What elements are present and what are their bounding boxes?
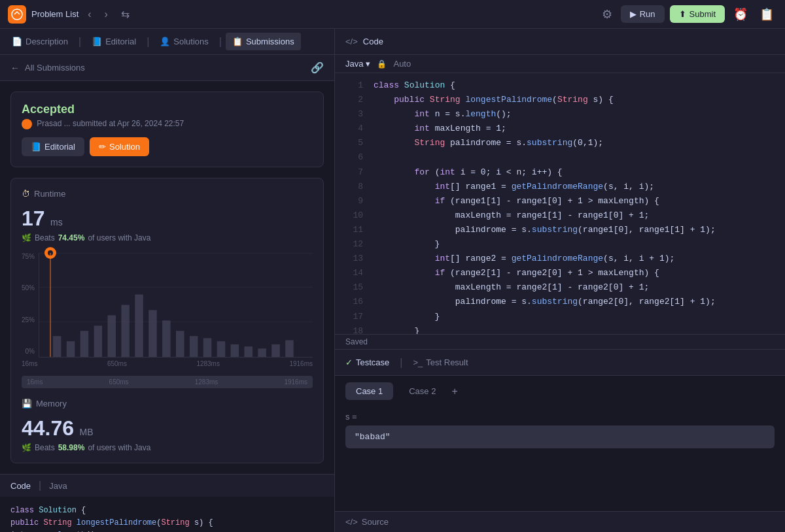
line-num-4: 4: [340, 122, 363, 136]
line-num-14: 14: [340, 266, 363, 280]
code-line-9: 9 if (range1[1] - range1[0] + 1 > maxLen…: [335, 194, 785, 208]
line-num-17: 17: [340, 310, 363, 324]
code-content-18: }: [374, 324, 419, 334]
code-content-10: maxLength = range1[1] - range1[0] + 1;: [374, 208, 649, 223]
submit-button[interactable]: ⬆ Submit: [670, 5, 725, 23]
line-num-10: 10: [340, 208, 363, 223]
user-name: Prasad ...: [37, 119, 70, 128]
chart-x-16ms: 16ms: [22, 360, 37, 367]
code-tab-sep: |: [39, 480, 41, 491]
language-select[interactable]: Java ▾: [345, 59, 370, 69]
code-line-6: 6: [335, 150, 785, 165]
code-content-6: [374, 150, 379, 165]
memory-row: 💾 Memory: [22, 399, 313, 408]
line-num-5: 5: [340, 136, 363, 150]
lang-label: Java: [345, 59, 363, 69]
code-line-14: 14 if (range2[1] - range2[0] + 1 > maxLe…: [335, 266, 785, 280]
memory-beats-info: 🌿 Beats 58.98% of users with Java: [22, 443, 313, 452]
case-2-button[interactable]: Case 2: [398, 382, 446, 400]
submissions-icon: 📋: [232, 37, 243, 46]
tab-submissions[interactable]: 📋 Submissions: [226, 33, 301, 50]
problem-list-label[interactable]: Problem List: [31, 9, 78, 19]
memory-value-row: 44.76 MB: [22, 416, 313, 441]
code-tab-code[interactable]: Code: [10, 481, 31, 491]
testcase-area: s = "babad": [335, 407, 785, 511]
code-content-13: int[] range2 = getPalindromeRange(s, i, …: [374, 252, 674, 266]
solution-button[interactable]: ✏ Solution: [90, 137, 149, 156]
source-bar: </> Source: [335, 511, 785, 532]
code-preview: class Solution { public String longestPa…: [0, 497, 334, 532]
saved-bar: Saved: [335, 334, 785, 349]
tab-sep-2: |: [145, 36, 150, 48]
code-tab-label[interactable]: Code: [363, 37, 383, 46]
run-label: Run: [640, 9, 655, 19]
add-case-button[interactable]: +: [451, 386, 457, 397]
var-value-box[interactable]: "babad": [345, 425, 775, 448]
run-button[interactable]: ▶ Run: [621, 5, 665, 23]
code-line-18: 18 }: [335, 324, 785, 334]
code-preview-line-2: public String longestPalindrome(String s…: [10, 517, 324, 529]
test-result-tab-label: Test Result: [426, 357, 468, 367]
svg-rect-1: [53, 336, 61, 357]
code-tab-bar: Code | Java: [0, 474, 334, 497]
timer-button[interactable]: ⏰: [730, 4, 751, 25]
code-tab-java[interactable]: Java: [49, 481, 67, 491]
nav-next-button[interactable]: ›: [101, 6, 112, 23]
code-content-1: class Solution {: [374, 78, 455, 93]
memory-beats-label: Beats: [35, 443, 55, 452]
editorial-btn-icon: 📘: [31, 142, 41, 152]
back-arrow-icon[interactable]: ←: [10, 63, 20, 73]
shuffle-button[interactable]: ⇆: [117, 5, 133, 23]
line-num-1: 1: [340, 78, 363, 93]
tab-solutions[interactable]: 👤 Solutions: [153, 33, 215, 50]
line-num-6: 6: [340, 150, 363, 165]
chart-y-25: 25%: [22, 316, 35, 324]
svg-rect-17: [271, 344, 280, 357]
code-tab-icon: </>: [345, 37, 358, 46]
top-bar-right: ⚙ ▶ Run ⬆ Submit ⏰ 📋: [599, 4, 777, 25]
tab-editorial[interactable]: 📘 Editorial: [85, 33, 143, 50]
code-content-4: int maxLength = 1;: [374, 122, 506, 136]
right-tab-bar: </> Code: [335, 29, 785, 55]
beats-label: Beats: [35, 233, 55, 242]
code-line-3: 3 int n = s.length();: [335, 107, 785, 122]
code-content-2: public String longestPalindrome(String s…: [374, 93, 614, 107]
code-content-11: palindrome = s.substring(range1[0], rang…: [374, 223, 716, 237]
test-result-tab[interactable]: >_ Test Result: [413, 357, 468, 367]
editorial-button[interactable]: 📘 Editorial: [22, 137, 84, 156]
runtime-beats-info: 🌿 Beats 74.45% of users with Java: [22, 233, 313, 242]
chevron-down-icon: ▾: [366, 59, 370, 69]
memory-label: Memory: [36, 399, 67, 408]
left-tab-bar: 📄 Description | 📘 Editorial | 👤 Solution…: [0, 29, 334, 55]
code-content-15: maxLength = range2[1] - range2[0] + 1;: [374, 280, 649, 295]
console-button[interactable]: ⚙: [599, 4, 616, 25]
case-1-button[interactable]: Case 1: [345, 382, 393, 400]
svg-rect-4: [94, 325, 103, 357]
code-content-14: if (range2[1] - range2[0] + 1 > maxLengt…: [374, 266, 659, 280]
mini-1916ms: 1916ms: [284, 378, 307, 386]
testcase-tab[interactable]: ✓ Testcase: [345, 357, 389, 367]
svg-rect-16: [258, 348, 266, 357]
bottom-panel: ✓ Testcase | >_ Test Result Case 1 Case …: [335, 349, 785, 532]
note-button[interactable]: 📋: [756, 4, 777, 25]
mini-16ms: 16ms: [27, 378, 43, 386]
memory-section: 💾 Memory 44.76 MB 🌿 Beats 58.98% of user…: [22, 399, 313, 452]
link-icon[interactable]: 🔗: [311, 61, 324, 74]
code-content-9: if (range1[1] - range1[0] + 1 > maxLengt…: [374, 194, 659, 208]
code-editor[interactable]: 1 class Solution { 2 public String longe…: [335, 73, 785, 334]
code-line-2: 2 public String longestPalindrome(String…: [335, 93, 785, 107]
svg-rect-3: [80, 331, 89, 357]
submissions-area: ← All Submissions 🔗 Accepted Prasad ... …: [0, 55, 334, 532]
code-line-10: 10 maxLength = range1[1] - range1[0] + 1…: [335, 208, 785, 223]
case-bar: Case 1 Case 2 +: [335, 376, 785, 407]
submitted-at: submitted at Apr 26, 2024 22:57: [73, 119, 184, 128]
var-label: s =: [345, 412, 775, 422]
user-avatar: [22, 119, 32, 129]
source-label[interactable]: Source: [362, 517, 389, 527]
all-submissions-label[interactable]: All Submissions: [25, 63, 85, 73]
nav-prev-button[interactable]: ‹: [84, 6, 95, 23]
tab-description[interactable]: 📄 Description: [5, 33, 75, 50]
runtime-unit: ms: [50, 217, 63, 227]
code-line-8: 8 int[] range1 = getPalindromeRange(s, i…: [335, 180, 785, 194]
submit-label: Submit: [689, 9, 716, 19]
